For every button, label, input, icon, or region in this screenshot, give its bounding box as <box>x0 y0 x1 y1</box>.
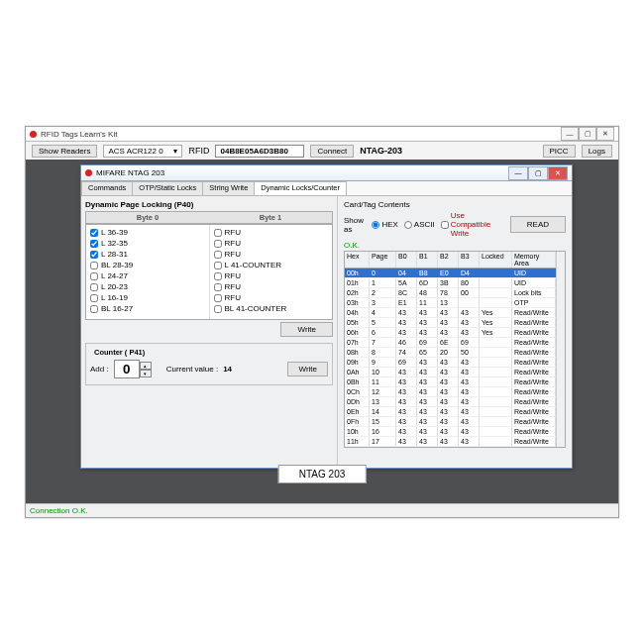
write-locks-button[interactable]: Write <box>280 322 333 337</box>
table-row[interactable]: 05h543434343YesRead/Write <box>345 318 556 328</box>
tab-string-write[interactable]: String Write <box>202 181 255 195</box>
child-minimize-button[interactable]: — <box>508 166 528 180</box>
table-row[interactable]: 0Ch1243434343Read/Write <box>345 387 556 397</box>
app-titlebar: RFID Tags Learn's Kit — ▢ ✕ <box>26 127 618 142</box>
counter-add-stepper[interactable]: ▴▾ <box>114 360 152 378</box>
table-row[interactable]: 0Ah1043434343Read/Write <box>345 368 556 377</box>
rfid-label: RFID <box>188 146 209 156</box>
lock-bits-list: L 36-39L 32-35L 28-31BL 28-39L 24-27L 20… <box>85 224 333 320</box>
lock-bit-checkbox[interactable]: BL 28-39 <box>90 260 205 270</box>
ascii-radio[interactable]: ASCII <box>404 220 435 229</box>
table-row[interactable]: 02h28C487800Lock bits <box>345 288 556 298</box>
hex-radio[interactable]: HEX <box>372 220 397 229</box>
mdi-canvas: MIFARE NTAG 203 — ▢ ✕ CommandsOTP/Static… <box>26 160 618 503</box>
lock-bit-checkbox[interactable]: BL 16-27 <box>90 303 205 314</box>
reader-select[interactable]: ACS ACR122 0▾ <box>103 145 182 158</box>
lock-bit-checkbox[interactable]: L 16-19 <box>90 292 205 303</box>
table-row[interactable]: 0Bh1143434343Read/Write <box>345 377 556 387</box>
lock-bit-checkbox[interactable]: L 41-COUNTER <box>214 260 329 270</box>
tab-bar: CommandsOTP/Static LocksString WriteDyna… <box>81 181 572 196</box>
minimize-button[interactable]: — <box>561 127 579 141</box>
table-row[interactable]: 08h874652050Read/Write <box>345 348 556 358</box>
record-icon <box>30 131 37 138</box>
connect-button[interactable]: Connect <box>310 145 354 158</box>
lock-bit-checkbox[interactable]: L 24-27 <box>90 270 205 281</box>
right-panel: Card/Tag Contents Show as HEX ASCII Use … <box>338 196 572 470</box>
app-title: RFID Tags Learn's Kit <box>41 130 117 139</box>
tag-name-label: NTAG-203 <box>360 146 402 156</box>
table-row[interactable]: 09h969434343Read/Write <box>345 358 556 368</box>
dpl-title: Dynamic Page Locking (P40) <box>85 200 333 209</box>
lock-bit-checkbox[interactable]: L 28-31 <box>90 249 205 260</box>
step-down-icon[interactable]: ▾ <box>140 370 152 377</box>
logs-button[interactable]: Logs <box>582 145 612 158</box>
child-close-button[interactable]: ✕ <box>548 166 568 180</box>
record-icon <box>85 169 92 176</box>
contents-title: Card/Tag Contents <box>344 200 566 209</box>
status-ok: O.K. <box>344 241 566 250</box>
picc-button[interactable]: PICC <box>543 145 576 158</box>
compatible-write-checkbox[interactable]: Use Compatible Write <box>441 211 504 238</box>
table-row[interactable]: 01h15A6D3B80UID <box>345 278 556 288</box>
table-row[interactable]: 11h1743434343Read/Write <box>345 437 556 447</box>
chevron-down-icon: ▾ <box>173 147 177 156</box>
lock-bit-checkbox[interactable]: L 36-39 <box>90 227 205 238</box>
read-button[interactable]: READ <box>510 216 566 233</box>
main-toolbar: Show Readers ACS ACR122 0▾ RFID 04B8E05A… <box>26 142 618 161</box>
child-window: MIFARE NTAG 203 — ▢ ✕ CommandsOTP/Static… <box>80 164 573 469</box>
maximize-button[interactable]: ▢ <box>579 127 596 141</box>
table-row[interactable]: 07h746696E69Read/Write <box>345 338 556 348</box>
canvas-label: NTAG 203 <box>278 465 367 483</box>
lock-bit-checkbox[interactable]: L 32-35 <box>90 238 205 249</box>
scrollbar[interactable] <box>556 252 565 447</box>
table-row[interactable]: 00h004B8E0D4UID <box>345 268 556 278</box>
status-bar: Connection O.K. <box>26 503 618 517</box>
child-title: MIFARE NTAG 203 <box>96 168 164 177</box>
table-row[interactable]: 04h443434343YesRead/Write <box>345 308 556 318</box>
lock-bit-checkbox[interactable]: RFU <box>214 292 329 303</box>
counter-group: Counter ( P41) Add : ▴▾ Current value : … <box>85 343 333 385</box>
left-panel: Dynamic Page Locking (P40) Byte 0Byte 1 … <box>81 196 338 470</box>
child-titlebar: MIFARE NTAG 203 — ▢ ✕ <box>81 165 572 181</box>
table-row[interactable]: 10h1643434343Read/Write <box>345 427 556 437</box>
lock-bit-checkbox[interactable]: L 20-23 <box>90 281 205 292</box>
tab-dynamic-locks-counter[interactable]: Dynamic Locks/Counter <box>254 181 347 195</box>
lock-bit-checkbox[interactable]: BL 41-COUNTER <box>214 303 329 314</box>
show-readers-button[interactable]: Show Readers <box>32 145 97 158</box>
memory-grid[interactable]: HexPageB0B1B2B3LockedMemory Area 00h004B… <box>344 251 566 448</box>
table-row[interactable]: 03h3E11113OTP <box>345 298 556 308</box>
table-row[interactable]: 0Fh1543434343Read/Write <box>345 417 556 427</box>
table-row[interactable]: 0Eh1443434343Read/Write <box>345 407 556 417</box>
table-row[interactable]: 06h643434343YesRead/Write <box>345 328 556 338</box>
write-counter-button[interactable]: Write <box>287 362 328 376</box>
tab-commands[interactable]: Commands <box>81 181 133 195</box>
counter-add-input[interactable] <box>114 360 140 378</box>
close-button[interactable]: ✕ <box>596 127 614 141</box>
step-up-icon[interactable]: ▴ <box>140 362 152 370</box>
rfid-input[interactable]: 04B8E05A6D3B80 <box>215 145 304 158</box>
lock-bit-checkbox[interactable]: RFU <box>214 270 329 281</box>
child-maximize-button[interactable]: ▢ <box>528 166 548 180</box>
lock-bit-checkbox[interactable]: RFU <box>214 281 329 292</box>
app-window: RFID Tags Learn's Kit — ▢ ✕ Show Readers… <box>25 126 619 518</box>
lock-bit-checkbox[interactable]: RFU <box>214 238 329 249</box>
table-row[interactable]: 0Dh1343434343Read/Write <box>345 397 556 407</box>
lock-bit-checkbox[interactable]: RFU <box>214 227 329 238</box>
tab-otp-static-locks[interactable]: OTP/Static Locks <box>132 181 203 195</box>
lock-bit-checkbox[interactable]: RFU <box>214 249 329 260</box>
